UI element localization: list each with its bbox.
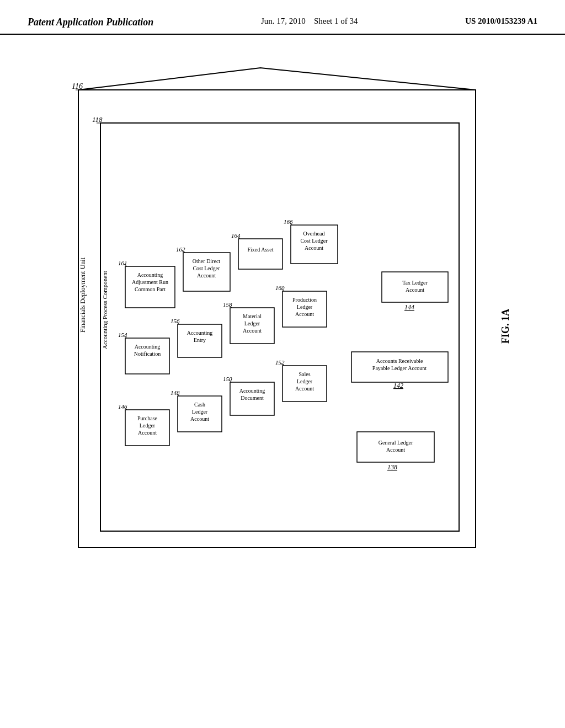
- svg-text:Adjustment Run: Adjustment Run: [132, 279, 168, 285]
- svg-text:Tax Ledger: Tax Ledger: [402, 280, 428, 286]
- svg-text:Entry: Entry: [194, 337, 206, 343]
- svg-text:Overhead: Overhead: [303, 231, 325, 237]
- svg-rect-65: [238, 239, 282, 269]
- pub-date: Jun. 17, 2010: [261, 17, 306, 25]
- svg-text:Ledger: Ledger: [244, 320, 260, 326]
- svg-text:Accounting: Accounting: [187, 330, 213, 336]
- svg-text:Accounts Receivable: Accounts Receivable: [376, 358, 423, 364]
- diagram-container: 116 118 Financials Deployment Unit Accou…: [45, 57, 520, 597]
- svg-text:General Ledger: General Ledger: [379, 440, 413, 446]
- svg-text:Payable Ledger Account: Payable Ledger Account: [372, 365, 427, 371]
- svg-text:Accounting: Accounting: [137, 272, 163, 278]
- svg-text:Account: Account: [295, 311, 314, 317]
- sheet-info: Sheet 1 of 34: [314, 17, 358, 25]
- svg-text:Accounting: Accounting: [239, 388, 265, 394]
- svg-text:144: 144: [404, 303, 414, 311]
- svg-text:Account: Account: [406, 287, 424, 293]
- svg-text:Material: Material: [243, 313, 262, 319]
- svg-text:Sales: Sales: [299, 371, 310, 377]
- svg-text:Account: Account: [190, 416, 209, 422]
- svg-text:Accounting Process Component: Accounting Process Component: [102, 271, 108, 349]
- svg-text:Common Part: Common Part: [135, 286, 166, 292]
- svg-text:Production: Production: [292, 297, 317, 303]
- diagram-svg: 116 118 Financials Deployment Unit Accou…: [45, 57, 542, 586]
- svg-text:118: 118: [92, 115, 103, 124]
- svg-text:Notification: Notification: [134, 351, 161, 357]
- svg-text:FIG. 1A: FIG. 1A: [500, 309, 511, 344]
- svg-text:Ledger: Ledger: [192, 409, 208, 415]
- svg-text:Purchase: Purchase: [137, 415, 158, 421]
- publication-label: Patent Application Publication: [28, 17, 153, 28]
- svg-text:Accounting: Accounting: [135, 344, 161, 350]
- svg-rect-3: [100, 123, 459, 531]
- svg-text:Other Direct: Other Direct: [193, 258, 220, 264]
- page-header: Patent Application Publication Jun. 17, …: [0, 0, 565, 35]
- svg-text:Account: Account: [295, 386, 314, 392]
- svg-text:Ledger: Ledger: [297, 378, 313, 384]
- svg-text:Account: Account: [305, 245, 323, 251]
- svg-text:Cost Ledger: Cost Ledger: [300, 238, 328, 244]
- svg-text:138: 138: [387, 463, 397, 471]
- svg-text:Ledger: Ledger: [297, 304, 313, 310]
- svg-text:Account: Account: [386, 447, 405, 453]
- svg-text:Cash: Cash: [194, 402, 205, 408]
- svg-text:Ledger: Ledger: [140, 422, 156, 429]
- svg-text:Cost Ledger: Cost Ledger: [193, 265, 220, 271]
- svg-text:Account: Account: [138, 430, 157, 436]
- svg-text:Financials Deployment Unit: Financials Deployment Unit: [79, 257, 87, 333]
- header-center: Jun. 17, 2010 Sheet 1 of 34: [261, 17, 358, 26]
- svg-text:Account: Account: [243, 328, 262, 334]
- svg-text:Fixed Asset: Fixed Asset: [248, 247, 274, 253]
- svg-text:142: 142: [393, 382, 403, 389]
- svg-text:Document: Document: [241, 395, 264, 401]
- svg-text:Account: Account: [197, 272, 216, 279]
- patent-number: US 2010/0153239 A1: [465, 17, 537, 26]
- svg-text:116: 116: [72, 82, 83, 90]
